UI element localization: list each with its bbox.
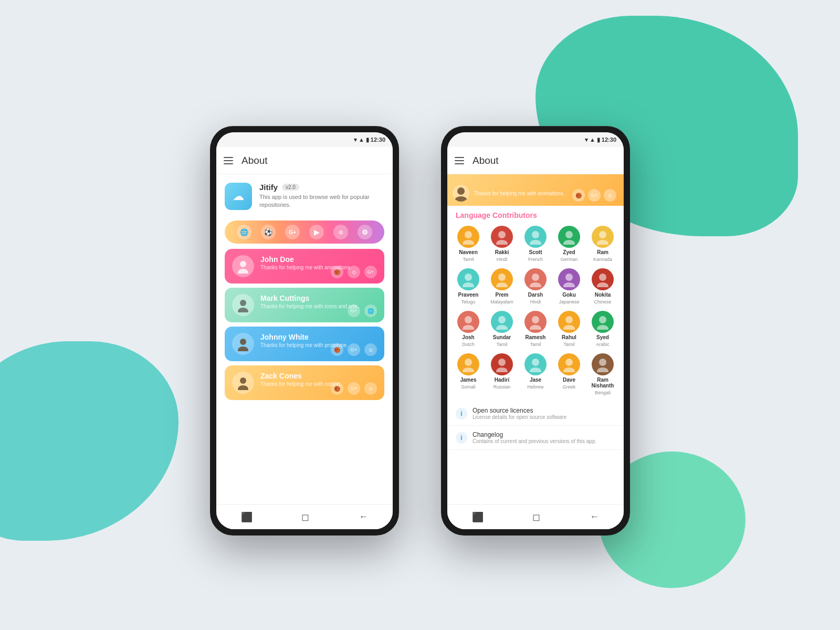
gplus-btn-john[interactable]: G+ xyxy=(364,266,377,278)
github-btn-zack[interactable]: ⊙ xyxy=(364,382,377,395)
svg-point-12 xyxy=(498,231,506,238)
contrib-name-2: Scott xyxy=(529,249,542,255)
svg-point-36 xyxy=(565,316,573,323)
contributor-cell-goku[interactable]: GokuJapanese xyxy=(552,265,586,308)
avatar-johnny xyxy=(232,333,254,355)
contributor-cell-rakki[interactable]: RakkiHindi xyxy=(485,223,519,265)
play-icon[interactable]: ▶ xyxy=(309,225,324,239)
svg-point-28 xyxy=(599,274,606,281)
contributor-cell-jase[interactable]: JaseHebrew xyxy=(519,350,552,398)
hamburger-icon-2[interactable] xyxy=(455,157,464,164)
svg-point-1 xyxy=(238,269,248,274)
gplus-btn-zack[interactable]: G+ xyxy=(348,382,360,395)
svg-point-17 xyxy=(563,240,575,245)
svg-point-33 xyxy=(496,325,508,330)
svg-point-24 xyxy=(532,274,539,281)
globe-btn-mark[interactable]: 🌐 xyxy=(364,304,377,317)
svg-point-47 xyxy=(563,368,575,372)
contributor-cell-ram[interactable]: RamKannada xyxy=(586,223,620,265)
github-btn-johnny[interactable]: ⊙ xyxy=(364,343,377,356)
svg-point-18 xyxy=(599,231,606,238)
svg-point-29 xyxy=(597,282,608,287)
app-icon: ☁ xyxy=(225,183,252,210)
svg-point-15 xyxy=(530,240,541,245)
bottom-links: iOpen source licencesLicense details for… xyxy=(447,398,624,453)
status-bar-2: ▾ ▲ ▮ 12:30 xyxy=(447,132,624,147)
svg-point-25 xyxy=(530,282,541,287)
contrib-avatar-15 xyxy=(457,353,479,375)
dribbble-btn-zack[interactable]: 🏀 xyxy=(331,382,343,395)
contributor-cell-rahul[interactable]: RahulTamil xyxy=(552,308,586,350)
globe-icon[interactable]: 🌐 xyxy=(237,225,251,239)
app-info-text: Jitify v2.0 This app is used to browse w… xyxy=(259,183,384,209)
dribbble-btn-john[interactable]: 🏀 xyxy=(331,266,343,278)
contributor-cell-hadiri[interactable]: HadiriRussian xyxy=(485,350,519,398)
contributor-cell-nokita[interactable]: NokitaChinese xyxy=(586,265,620,308)
dribbble-icon[interactable]: ⚽ xyxy=(261,225,276,239)
app-bar-title-1: About xyxy=(242,155,268,166)
contrib-avatar-6 xyxy=(491,268,513,290)
contrib-name-1: Rakki xyxy=(495,249,509,255)
nav-home-2[interactable]: ◻ xyxy=(532,511,540,523)
contrib-avatar-5 xyxy=(457,268,479,290)
contributor-cell-zyed[interactable]: ZyedGerman xyxy=(552,223,586,265)
contrib-avatar-12 xyxy=(524,311,547,333)
contributor-cell-dave[interactable]: DaveGreek xyxy=(552,350,586,398)
svg-point-37 xyxy=(563,325,575,330)
svg-point-40 xyxy=(465,359,472,366)
nav-back-2[interactable]: ← xyxy=(590,511,599,522)
avatar-john xyxy=(232,255,254,277)
contributor-cell-josh[interactable]: JoshDutch xyxy=(452,308,485,350)
svg-point-31 xyxy=(463,325,474,330)
nav-recent-2[interactable]: ⬛ xyxy=(472,511,484,523)
contributor-cell-darsh[interactable]: DarshHindi xyxy=(519,265,552,308)
bottom-link-0[interactable]: iOpen source licencesLicense details for… xyxy=(447,402,624,426)
contrib-avatar-8 xyxy=(558,268,580,290)
app-info: ☁ Jitify v2.0 This app is used to browse… xyxy=(216,174,393,215)
phone-2-content: Thanks for helping me with animations. 🏀… xyxy=(447,174,624,504)
nav-home-1[interactable]: ◻ xyxy=(301,511,309,523)
gplus-icon[interactable]: G+ xyxy=(285,225,300,239)
contributor-cell-naveen[interactable]: NaveenTamil xyxy=(452,223,485,265)
bottom-link-1[interactable]: iChangelogContains of current and previo… xyxy=(447,426,624,450)
contributor-cell-ramesh[interactable]: RameshTamil xyxy=(519,308,552,350)
top-dribbble-btn[interactable]: 🏀 xyxy=(572,189,585,202)
wifi-icon: ▾ xyxy=(354,136,357,143)
contributor-cell-scott[interactable]: ScottFrench xyxy=(519,223,552,265)
top-gplus-btn[interactable]: G+ xyxy=(588,189,601,202)
info-icon-1: i xyxy=(456,432,467,444)
svg-point-20 xyxy=(465,274,472,281)
svg-point-27 xyxy=(563,282,575,287)
contrib-lang-17: Hebrew xyxy=(527,384,543,390)
contrib-lang-9: Chinese xyxy=(594,299,611,304)
gplus-btn-mark[interactable]: G+ xyxy=(348,304,360,317)
contrib-lang-12: Tamil xyxy=(530,342,541,347)
svg-point-46 xyxy=(565,359,573,366)
contrib-avatar-16 xyxy=(491,353,513,375)
hamburger-icon-1[interactable] xyxy=(224,157,233,164)
settings-icon[interactable]: ⚙ xyxy=(358,225,372,239)
contributor-cell-james[interactable]: JamesSomali xyxy=(452,350,485,398)
contributor-cell-syed[interactable]: SyedArabic xyxy=(586,308,620,350)
contrib-lang-6: Malayalam xyxy=(490,299,513,304)
contributor-cell-praveen[interactable]: PraveenTelugu xyxy=(452,265,485,308)
contributor-cell-sundar[interactable]: SundarTamil xyxy=(485,308,519,350)
contrib-name-4: Ram xyxy=(597,249,608,255)
nav-back-1[interactable]: ← xyxy=(359,511,368,522)
dribbble-btn-johnny[interactable]: 🏀 xyxy=(331,343,343,356)
github-btn-john[interactable]: ⊙ xyxy=(348,266,360,278)
time-1: 12:30 xyxy=(371,136,385,143)
github-icon[interactable]: ⊙ xyxy=(333,225,348,239)
contrib-name-18: Dave xyxy=(563,377,575,383)
nav-recent-1[interactable]: ⬛ xyxy=(241,511,253,523)
contrib-name-11: Sundar xyxy=(493,334,511,340)
contrib-name-17: Jase xyxy=(530,377,541,383)
contributor-card-john: John Doe Thanks for helping me with anim… xyxy=(225,249,384,284)
gplus-btn-johnny[interactable]: G+ xyxy=(348,343,360,356)
contrib-lang-1: Hindi xyxy=(497,257,508,262)
contributor-cell-prem[interactable]: PremMalayalam xyxy=(485,265,519,308)
svg-point-5 xyxy=(238,346,248,351)
top-github-btn[interactable]: ⊙ xyxy=(604,189,616,202)
contributor-cell-ram-nishanth[interactable]: Ram NishanthBengali xyxy=(586,350,620,398)
contrib-avatar-7 xyxy=(524,268,547,290)
